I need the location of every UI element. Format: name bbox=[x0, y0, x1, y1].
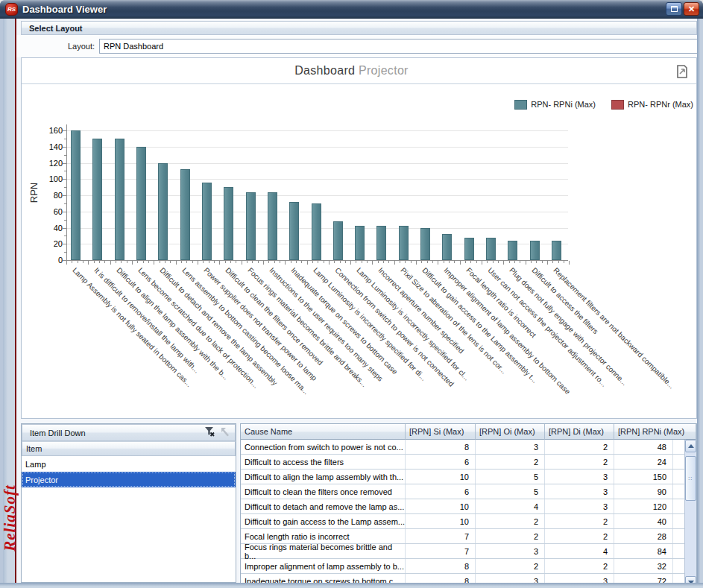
scrollbar-thumb[interactable]: ∷ bbox=[685, 456, 696, 501]
layout-label: Layout: bbox=[16, 42, 95, 51]
x-axis-tick bbox=[154, 261, 154, 265]
x-axis-tick bbox=[372, 261, 373, 265]
y-axis-tick-label: 40 bbox=[40, 224, 63, 233]
rpn-bar[interactable] bbox=[158, 163, 168, 261]
close-button[interactable]: ✕ bbox=[684, 2, 699, 16]
x-axis-tick bbox=[329, 261, 330, 265]
rpn-bar[interactable] bbox=[202, 183, 212, 260]
column-header-3[interactable]: [RPN] Di (Max) bbox=[545, 424, 614, 440]
title-bar: RS Dashboard Viewer ✕ bbox=[0, 0, 703, 19]
value-cell: 2 bbox=[476, 559, 545, 573]
rpn-bar[interactable] bbox=[355, 226, 365, 260]
rpn-bar[interactable] bbox=[180, 169, 190, 260]
x-axis-tick bbox=[465, 261, 466, 263]
value-cell: 6 bbox=[406, 455, 476, 469]
rpn-bar[interactable] bbox=[530, 241, 540, 260]
x-axis-tick bbox=[247, 261, 248, 263]
value-cell: 2 bbox=[545, 440, 614, 454]
drilldown-item-lamp[interactable]: Lamp bbox=[22, 456, 236, 472]
x-axis-tick bbox=[148, 261, 149, 263]
window-frame-right bbox=[697, 19, 703, 588]
rpn-bar[interactable] bbox=[268, 192, 277, 260]
x-axis-tick bbox=[460, 261, 461, 265]
x-axis-tick bbox=[258, 261, 259, 263]
x-axis-tick bbox=[531, 261, 532, 263]
rpn-bar[interactable] bbox=[442, 234, 452, 260]
rpn-bar[interactable] bbox=[333, 221, 343, 260]
x-axis-tick bbox=[165, 261, 165, 263]
x-axis-tick bbox=[83, 261, 83, 263]
x-axis-tick bbox=[564, 261, 564, 263]
x-axis-tick bbox=[252, 261, 253, 263]
x-axis-tick bbox=[536, 261, 537, 263]
rpn-bar[interactable] bbox=[399, 226, 409, 260]
x-axis-tick bbox=[482, 261, 482, 265]
export-report-icon[interactable] bbox=[675, 64, 690, 79]
column-header-2[interactable]: [RPN] Oi (Max) bbox=[476, 424, 545, 440]
rpn-bar[interactable] bbox=[136, 147, 146, 260]
x-axis-tick bbox=[176, 261, 177, 265]
column-header-1[interactable]: [RPN] Si (Max) bbox=[406, 424, 476, 440]
column-header-0[interactable]: Cause Name bbox=[241, 424, 406, 440]
x-axis-tick bbox=[274, 261, 275, 263]
table-row[interactable]: Difficult to clean the filters once remo… bbox=[241, 484, 696, 499]
table-scrollbar[interactable]: ∷ bbox=[684, 440, 696, 588]
table-row[interactable]: Difficult to gain access to the Lamp ass… bbox=[241, 514, 696, 529]
table-row[interactable]: Improper alignment of lamp assembly to b… bbox=[241, 559, 696, 574]
rpn-bar[interactable] bbox=[92, 139, 102, 260]
x-axis-tick bbox=[181, 261, 182, 263]
drilldown-item-list: LampProjector bbox=[22, 456, 236, 487]
clear-filter-icon[interactable] bbox=[204, 426, 215, 437]
rpn-bar[interactable] bbox=[246, 192, 256, 260]
rpn-bar[interactable] bbox=[508, 241, 517, 260]
rpn-bar[interactable] bbox=[376, 226, 386, 260]
rpn-bar[interactable] bbox=[420, 228, 430, 261]
cause-name-cell: Connection from switch to power is not c… bbox=[241, 440, 406, 454]
rpn-bar[interactable] bbox=[224, 187, 233, 260]
window-title: Dashboard Viewer bbox=[22, 4, 107, 15]
rpn-bar[interactable] bbox=[464, 238, 474, 260]
y-axis-tick-label: 120 bbox=[40, 159, 63, 168]
drilldown-item-projector[interactable]: Projector bbox=[22, 472, 236, 487]
x-axis-tick bbox=[470, 261, 471, 263]
scroll-up-button[interactable] bbox=[685, 440, 696, 452]
x-axis-tick bbox=[487, 261, 488, 263]
x-axis-tick bbox=[400, 261, 400, 263]
table-row[interactable]: Difficult to detach and remove the lamp … bbox=[241, 499, 696, 514]
x-axis-tick bbox=[242, 261, 242, 265]
x-axis-tick bbox=[291, 261, 291, 263]
gridline bbox=[67, 130, 568, 131]
column-header-4[interactable]: [RPN] RPNi (Max) bbox=[614, 424, 696, 440]
table-row[interactable]: Focus rings material becomes brittle and… bbox=[241, 544, 696, 559]
table-row[interactable]: Difficult to align the lamp assembly wit… bbox=[241, 470, 696, 484]
x-axis-tick bbox=[416, 261, 417, 265]
value-cell: 2 bbox=[545, 559, 614, 573]
cause-name-cell: Difficult to clean the filters once remo… bbox=[241, 484, 406, 499]
x-axis-tick bbox=[296, 261, 297, 263]
drilldown-toolbar bbox=[204, 426, 231, 437]
rpn-bar[interactable] bbox=[71, 130, 81, 260]
drilldown-column-header[interactable]: Item bbox=[22, 441, 236, 456]
rpn-bar[interactable] bbox=[115, 139, 124, 260]
rpn-bar[interactable] bbox=[486, 238, 496, 260]
value-cell: 10 bbox=[406, 499, 476, 513]
x-axis-tick bbox=[170, 261, 171, 263]
y-axis-tick-label: 0 bbox=[40, 256, 63, 265]
cause-name-cell: Difficult to align the lamp assembly wit… bbox=[241, 470, 406, 484]
table-row[interactable]: Difficult to access the filters62224 bbox=[241, 455, 696, 470]
rpn-bar[interactable] bbox=[312, 203, 321, 260]
rpn-bar[interactable] bbox=[552, 241, 561, 260]
value-cell: 8 bbox=[406, 559, 476, 573]
maximize-button[interactable] bbox=[666, 2, 682, 16]
drill-up-icon[interactable] bbox=[220, 426, 231, 437]
y-axis-tick-label: 140 bbox=[40, 142, 63, 151]
value-cell: 5 bbox=[476, 470, 545, 484]
layout-combobox[interactable]: RPN Dashboard bbox=[99, 39, 703, 54]
x-axis-tick bbox=[569, 261, 570, 265]
x-axis-tick bbox=[449, 261, 450, 263]
legend-swatch bbox=[611, 100, 624, 110]
table-row[interactable]: Connection from switch to power is not c… bbox=[241, 440, 696, 455]
rpn-bar[interactable] bbox=[289, 202, 299, 260]
x-axis-tick bbox=[198, 261, 198, 265]
cause-name-cell: Difficult to access the filters bbox=[241, 455, 406, 469]
